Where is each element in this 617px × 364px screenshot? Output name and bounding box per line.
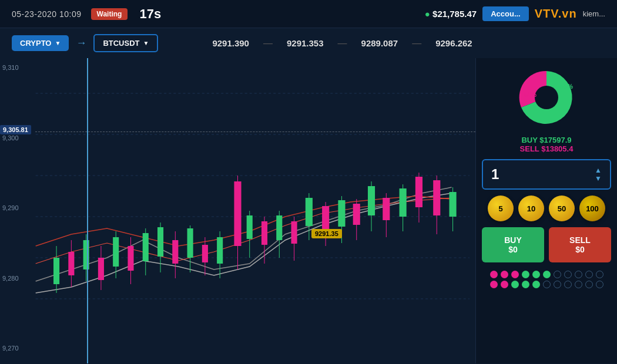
svg-point-60 [535, 86, 558, 109]
svg-rect-11 [83, 240, 89, 269]
arrow-icon: → [76, 37, 86, 49]
y-label-4: 9,270 [0, 345, 35, 352]
amount-up-arrow[interactable]: ▲ [595, 167, 602, 174]
pie-label-green: 56% [560, 83, 573, 90]
right-panel: 44% 56% BUY $17597.9 SELL $13805.4 1 ▲ ▼… [476, 58, 617, 363]
dot-empty-2 [564, 271, 572, 278]
dot-empty-7 [554, 281, 561, 288]
buy-button[interactable]: BUY $0 [482, 227, 544, 262]
svg-rect-25 [187, 228, 193, 258]
amount-down-arrow[interactable]: ▼ [595, 175, 602, 182]
top-left: 05-23-2020 10:09 Waiting 17s [12, 6, 161, 22]
sell-btn-sub: $0 [549, 245, 611, 254]
account-button[interactable]: Accou... [482, 6, 529, 21]
countdown: 17s [139, 6, 161, 22]
amount-arrows[interactable]: ▲ ▼ [595, 167, 602, 182]
svg-rect-33 [247, 215, 253, 239]
dots-row-2 [482, 281, 611, 288]
top-right: $21,785.47 Accou... VTV.vn kiem... [425, 6, 605, 21]
dots-section [482, 271, 611, 288]
dot-green-1 [522, 271, 529, 278]
dot-red-5 [501, 281, 508, 288]
dot-red-1 [490, 271, 498, 278]
sell-value: $13805.4 [541, 144, 573, 153]
mult-btn-10[interactable]: 10 [518, 196, 544, 221]
sell-label: SELL [520, 144, 539, 153]
svg-rect-57 [433, 180, 440, 215]
svg-rect-27 [202, 245, 208, 262]
svg-rect-23 [172, 240, 178, 264]
main-content: 9,310 9,300 9,290 9,280 9,270 9,305.81 [0, 58, 617, 363]
y-label-0: 9,310 [0, 64, 35, 71]
buysell-info: BUY $17597.9 SELL $13805.4 [482, 136, 611, 153]
amount-value: 1 [491, 166, 499, 183]
price-values: 9291.390 — 9291.353 — 9289.087 — 9296.26… [212, 38, 472, 49]
y-label-2: 9,290 [0, 204, 35, 211]
dot-empty-11 [596, 281, 603, 288]
dot-empty-6 [543, 281, 551, 288]
amount-input-wrapper[interactable]: 1 ▲ ▼ [482, 159, 611, 190]
dot-empty-9 [575, 281, 582, 288]
balance-display: $21,785.47 [425, 9, 477, 19]
svg-rect-51 [383, 198, 390, 220]
svg-rect-17 [128, 246, 133, 271]
dot-empty-5 [596, 271, 603, 278]
mult-btn-5[interactable]: 5 [488, 196, 514, 221]
dot-empty-8 [564, 281, 572, 288]
action-row: BUY $0 SELL $0 [482, 227, 611, 262]
svg-rect-29 [217, 237, 223, 264]
y-label-3: 9,280 [0, 275, 35, 282]
svg-rect-35 [261, 221, 267, 245]
svg-rect-13 [98, 258, 104, 280]
top-bar: 05-23-2020 10:09 Waiting 17s $21,785.47 … [0, 0, 617, 28]
svg-rect-21 [157, 227, 163, 257]
y-label-1: 9,300 [0, 134, 35, 141]
sell-info: SELL $13805.4 [482, 144, 611, 153]
price-2: 9291.353 [287, 38, 324, 48]
svg-rect-59 [450, 192, 457, 217]
multiplier-row: 5 10 50 100 [488, 196, 605, 221]
crypto-dropdown[interactable]: CRYPTO [12, 35, 69, 51]
price-4: 9296.262 [435, 38, 472, 48]
mult-btn-100[interactable]: 100 [579, 196, 605, 221]
sell-button[interactable]: SELL $0 [549, 227, 611, 262]
dot-green-5 [522, 281, 529, 288]
waiting-badge: Waiting [91, 8, 128, 20]
dot-red-4 [490, 281, 498, 288]
chart-svg [0, 58, 475, 363]
svg-rect-7 [53, 258, 59, 284]
dot-green-3 [543, 271, 551, 278]
svg-rect-49 [368, 186, 375, 215]
dot-empty-4 [585, 271, 593, 278]
svg-rect-47 [353, 204, 360, 225]
svg-rect-55 [415, 177, 422, 207]
svg-rect-53 [400, 188, 407, 217]
svg-rect-45 [338, 200, 345, 227]
brand-logo: VTV.vn [535, 7, 577, 21]
controls-bar: CRYPTO → BTCUSDT 9291.390 — 9291.353 — 9… [0, 28, 617, 58]
buy-btn-sub: $0 [482, 245, 544, 254]
pie-chart-container: 44% 56% [514, 65, 579, 130]
sell-btn-label: SELL [549, 235, 611, 245]
pie-label-pink: 44% [524, 91, 536, 98]
svg-rect-15 [113, 237, 119, 267]
svg-rect-37 [276, 215, 282, 240]
svg-rect-41 [306, 198, 313, 226]
datetime: 05-23-2020 10:09 [12, 9, 82, 19]
buy-label: BUY [521, 136, 537, 144]
dot-green-2 [532, 271, 540, 278]
dot-red-2 [501, 271, 508, 278]
dot-empty-10 [585, 281, 593, 288]
buy-info: BUY $17597.9 [482, 136, 611, 144]
mult-btn-50[interactable]: 50 [549, 196, 575, 221]
chart-area: 9,310 9,300 9,290 9,280 9,270 9,305.81 [0, 58, 476, 363]
dot-green-6 [532, 281, 540, 288]
dot-empty-3 [575, 271, 582, 278]
price-3: 9289.087 [361, 38, 398, 48]
svg-rect-19 [143, 233, 149, 261]
y-axis: 9,310 9,300 9,290 9,280 9,270 [0, 58, 35, 363]
btcusdt-dropdown[interactable]: BTCUSDT [93, 34, 158, 52]
kien-label: kiem... [583, 9, 605, 18]
chart-tooltip: 9291.35 [311, 229, 342, 238]
dot-red-3 [511, 271, 519, 278]
